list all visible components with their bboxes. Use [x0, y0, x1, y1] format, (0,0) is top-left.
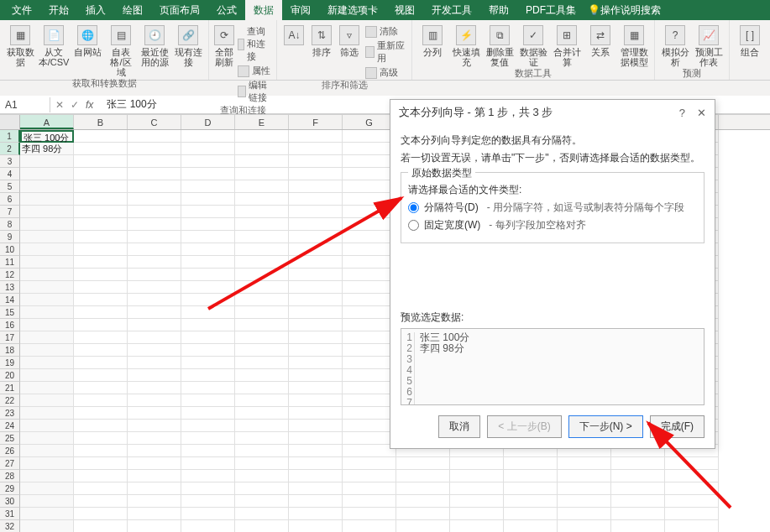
cell[interactable]: [74, 306, 128, 319]
menu-review[interactable]: 审阅: [282, 0, 319, 20]
cell[interactable]: [181, 206, 235, 218]
cell[interactable]: [74, 269, 128, 281]
cancel-icon[interactable]: ✕: [55, 99, 64, 111]
cell[interactable]: [74, 218, 128, 231]
cell[interactable]: [74, 470, 128, 482]
row-header[interactable]: 5: [0, 180, 20, 193]
cell[interactable]: [558, 457, 611, 470]
cell[interactable]: [181, 369, 235, 382]
cell[interactable]: [289, 281, 343, 294]
cell[interactable]: [181, 407, 235, 420]
cell[interactable]: [181, 394, 235, 407]
cell[interactable]: [235, 319, 289, 331]
row-header[interactable]: 27: [0, 457, 20, 470]
cell[interactable]: [343, 206, 396, 218]
cell[interactable]: [128, 407, 181, 420]
cell[interactable]: [181, 231, 235, 243]
cell[interactable]: [665, 520, 719, 532]
help-icon[interactable]: ?: [679, 107, 685, 119]
cell[interactable]: [20, 495, 74, 508]
cell[interactable]: [396, 495, 450, 508]
row-header[interactable]: 30: [0, 495, 20, 508]
row-header[interactable]: 8: [0, 218, 20, 231]
enter-icon[interactable]: ✓: [71, 99, 79, 111]
cell[interactable]: [289, 357, 343, 369]
cell[interactable]: [20, 168, 74, 180]
cell[interactable]: [450, 508, 504, 520]
cell[interactable]: [20, 193, 74, 206]
row-header[interactable]: 1: [0, 130, 20, 143]
cell[interactable]: [235, 155, 289, 168]
row-header[interactable]: 3: [0, 155, 20, 168]
cell[interactable]: [128, 319, 181, 331]
cell[interactable]: [343, 520, 396, 532]
cell[interactable]: [396, 508, 450, 520]
cell[interactable]: [181, 482, 235, 495]
cell[interactable]: [128, 168, 181, 180]
cell[interactable]: [128, 432, 181, 445]
cell[interactable]: [235, 344, 289, 357]
cell[interactable]: [289, 206, 343, 218]
col-header-A[interactable]: A: [20, 115, 74, 129]
cell[interactable]: [343, 470, 396, 482]
row-header[interactable]: 17: [0, 331, 20, 344]
cell[interactable]: [20, 445, 74, 457]
cell[interactable]: [235, 231, 289, 243]
cell[interactable]: [74, 394, 128, 407]
cell[interactable]: [20, 432, 74, 445]
cell[interactable]: [128, 193, 181, 206]
cell[interactable]: [74, 482, 128, 495]
cell[interactable]: [558, 508, 611, 520]
btn-get-data[interactable]: ▦获取数据: [5, 25, 35, 67]
cell[interactable]: [128, 369, 181, 382]
cell[interactable]: [289, 445, 343, 457]
btn-whatif[interactable]: ?模拟分析: [660, 25, 690, 67]
cell[interactable]: [343, 269, 396, 281]
menu-home[interactable]: 开始: [40, 0, 77, 20]
cell[interactable]: [343, 331, 396, 344]
row-header[interactable]: 29: [0, 482, 20, 495]
btn-manage-model[interactable]: ▦管理数据模型: [619, 25, 649, 67]
cell[interactable]: [181, 445, 235, 457]
cell[interactable]: [181, 382, 235, 394]
cell[interactable]: [235, 130, 289, 143]
cell[interactable]: [128, 508, 181, 520]
btn-recent-sources[interactable]: 🕘最近使用的源: [139, 25, 170, 67]
cell[interactable]: [74, 206, 128, 218]
btn-queries[interactable]: 查询和连接: [238, 25, 271, 63]
btn-remove-dup[interactable]: ⧉删除重复值: [485, 25, 515, 67]
cell[interactable]: [20, 357, 74, 369]
row-header[interactable]: 22: [0, 394, 20, 407]
cancel-button[interactable]: 取消: [438, 415, 480, 438]
cell[interactable]: [74, 231, 128, 243]
cell[interactable]: [396, 457, 450, 470]
cell[interactable]: [74, 243, 128, 256]
menu-tellme[interactable]: 💡 操作说明搜索: [588, 3, 661, 18]
menu-newtab[interactable]: 新建选项卡: [319, 0, 386, 20]
cell[interactable]: [235, 331, 289, 344]
cell[interactable]: [289, 432, 343, 445]
menu-layout[interactable]: 页面布局: [151, 0, 208, 20]
cell[interactable]: [343, 193, 396, 206]
cell[interactable]: [396, 520, 450, 532]
cell[interactable]: [181, 420, 235, 432]
menu-data[interactable]: 数据: [245, 0, 282, 20]
cell[interactable]: [504, 457, 558, 470]
cell[interactable]: [558, 495, 611, 508]
cell[interactable]: [235, 482, 289, 495]
radio-delimited[interactable]: [408, 202, 419, 213]
row-header[interactable]: 28: [0, 470, 20, 482]
cell[interactable]: [504, 520, 558, 532]
cell[interactable]: [181, 520, 235, 532]
cell[interactable]: [558, 520, 611, 532]
cell[interactable]: [235, 495, 289, 508]
row-header[interactable]: 11: [0, 256, 20, 269]
cell[interactable]: [289, 407, 343, 420]
row-header[interactable]: 16: [0, 319, 20, 331]
cell[interactable]: [235, 357, 289, 369]
row-header[interactable]: 10: [0, 243, 20, 256]
cell[interactable]: [74, 508, 128, 520]
cell[interactable]: [289, 306, 343, 319]
row-header[interactable]: 6: [0, 193, 20, 206]
cell[interactable]: [343, 243, 396, 256]
